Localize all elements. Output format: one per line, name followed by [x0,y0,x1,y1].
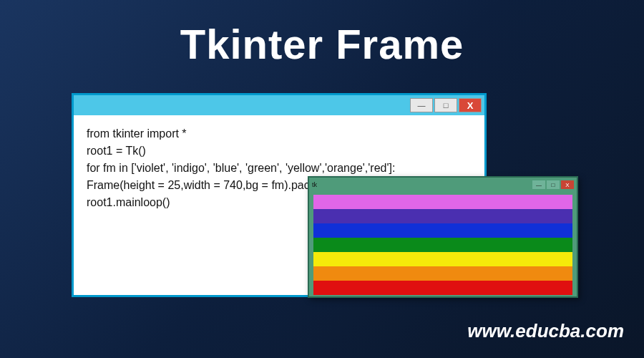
code-line: for fm in ['violet', 'indigo', 'blue', '… [87,162,395,174]
color-stripe-violet [313,195,572,209]
rainbow-body [309,192,577,299]
minimize-button[interactable]: — [532,180,545,189]
page-title: Tkinter Frame [0,0,644,68]
code-line: Frame(height = 25,width = 740,bg = fm).p… [87,179,323,191]
code-line: from tkinter import * [87,127,187,140]
code-line: root1.mainloop() [87,196,170,208]
code-window-titlebar: — □ X [74,95,484,115]
color-stripe-yellow [313,252,572,266]
rainbow-window-titlebar: tk — □ X [309,178,577,192]
minimize-button[interactable]: — [410,98,433,112]
color-stripe-indigo [313,209,572,223]
close-button[interactable]: X [561,180,574,189]
rainbow-output-window: tk — □ X [308,176,578,298]
color-stripe-orange [313,266,572,281]
maximize-button[interactable]: □ [547,180,560,189]
color-stripe-green [313,238,572,252]
tk-label: tk [312,181,317,188]
color-stripe-red [313,281,572,295]
watermark: www.educba.com [467,320,624,342]
maximize-button[interactable]: □ [434,98,457,112]
color-stripe-blue [313,223,572,238]
close-button[interactable]: X [459,98,482,112]
code-line: root1 = Tk() [87,145,146,157]
